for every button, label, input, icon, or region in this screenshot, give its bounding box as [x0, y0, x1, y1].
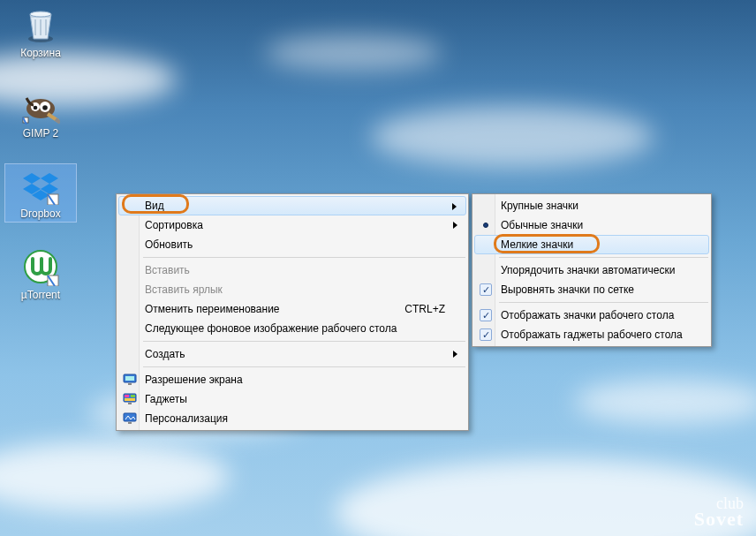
menu-item-label: Упорядочить значки автоматически	[501, 264, 675, 276]
menu-separator	[143, 366, 465, 367]
svg-rect-23	[128, 422, 132, 424]
menu-item-paste-shortcut: Вставить ярлык	[118, 280, 466, 299]
menu-item-screen-resolution[interactable]: Разрешение экрана	[118, 370, 466, 389]
submenu-item-large-icons[interactable]: Крупные значки	[474, 196, 709, 215]
menu-item-view[interactable]: Вид	[118, 196, 466, 215]
menu-item-next-background[interactable]: Следующее фоновое изображение рабочего с…	[118, 319, 466, 338]
menu-item-label: Крупные значки	[501, 200, 578, 212]
svg-rect-16	[128, 383, 132, 385]
svg-point-9	[42, 105, 48, 110]
svg-rect-3	[40, 19, 42, 35]
desktop-icon-recycle-bin[interactable]: Корзина	[5, 5, 76, 59]
menu-item-label: Вставить	[145, 264, 190, 276]
menu-item-label: Выровнять значки по сетке	[501, 283, 634, 296]
svg-rect-20	[125, 398, 135, 401]
menu-item-label: Обновить	[145, 238, 193, 251]
recycle-bin-icon	[21, 5, 60, 44]
check-icon: ✓	[479, 308, 493, 322]
menu-item-label: Отображать значки рабочего стола	[501, 309, 674, 321]
menu-item-label: Отменить переименование	[145, 303, 280, 315]
submenu-item-align-grid[interactable]: ✓ Выровнять значки по сетке	[474, 280, 709, 299]
menu-item-shortcut: CTRL+Z	[404, 303, 445, 315]
view-submenu[interactable]: Крупные значки Обычные значки Мелкие зна…	[472, 193, 712, 347]
svg-rect-19	[131, 395, 135, 397]
menu-item-label: Персонализация	[145, 412, 228, 425]
gadgets-icon	[123, 392, 137, 406]
gimp-icon	[21, 86, 60, 125]
desktop-icon-label: µTorrent	[5, 289, 76, 301]
menu-separator	[499, 257, 708, 258]
menu-item-label: Мелкие значки	[501, 238, 573, 251]
menu-item-paste: Вставить	[118, 260, 466, 280]
menu-item-label: Вид	[145, 200, 164, 212]
menu-item-label: Сортировка	[145, 219, 203, 231]
menu-item-label: Обычные значки	[501, 219, 583, 231]
desktop-icon-label: Корзина	[5, 47, 76, 59]
desktop-context-menu[interactable]: Вид Сортировка Обновить Вставить Вставит…	[116, 193, 469, 431]
menu-item-new[interactable]: Создать	[118, 344, 466, 364]
check-icon: ✓	[479, 283, 493, 297]
monitor-icon	[123, 373, 137, 387]
svg-rect-21	[128, 403, 132, 404]
menu-separator	[143, 341, 465, 342]
svg-point-1	[30, 11, 51, 17]
submenu-item-show-gadgets[interactable]: ✓ Отображать гаджеты рабочего стола	[474, 325, 709, 344]
menu-item-refresh[interactable]: Обновить	[118, 235, 466, 254]
svg-rect-2	[34, 19, 36, 35]
menu-item-label: Следующее фоновое изображение рабочего с…	[145, 322, 397, 335]
svg-point-7	[34, 106, 38, 110]
desktop-icon-utorrent[interactable]: µTorrent	[5, 247, 76, 301]
menu-item-personalize[interactable]: Персонализация	[118, 409, 466, 428]
svg-rect-18	[125, 395, 129, 397]
submenu-arrow-icon	[453, 351, 457, 358]
submenu-item-medium-icons[interactable]: Обычные значки	[474, 215, 709, 235]
utorrent-icon	[21, 247, 60, 286]
personalize-icon	[123, 411, 137, 426]
desktop[interactable]: Корзина GIMP 2 Dropbox	[0, 0, 756, 536]
svg-rect-4	[45, 19, 47, 35]
submenu-arrow-icon	[453, 222, 457, 229]
desktop-icon-label: Dropbox	[5, 208, 76, 220]
radio-selected-icon	[479, 218, 493, 232]
menu-item-gadgets[interactable]: Гаджеты	[118, 389, 466, 409]
dropbox-icon	[21, 166, 60, 205]
watermark: club Sovet	[694, 495, 744, 527]
menu-item-label: Вставить ярлык	[145, 283, 223, 296]
menu-item-undo-rename[interactable]: Отменить переименование CTRL+Z	[118, 299, 466, 319]
menu-item-label: Гаджеты	[145, 393, 187, 405]
submenu-arrow-icon	[452, 203, 457, 210]
desktop-icon-label: GIMP 2	[5, 127, 76, 140]
submenu-item-small-icons[interactable]: Мелкие значки	[474, 235, 709, 254]
menu-item-label: Разрешение экрана	[145, 374, 243, 386]
submenu-item-auto-arrange[interactable]: Упорядочить значки автоматически	[474, 260, 709, 280]
menu-item-label: Создать	[145, 348, 185, 360]
menu-separator	[499, 302, 708, 303]
svg-rect-15	[125, 376, 134, 381]
desktop-icon-gimp[interactable]: GIMP 2	[5, 86, 76, 140]
menu-separator	[143, 257, 465, 258]
menu-item-sort[interactable]: Сортировка	[118, 215, 466, 235]
submenu-item-show-desktop-icons[interactable]: ✓ Отображать значки рабочего стола	[474, 306, 709, 325]
menu-item-label: Отображать гаджеты рабочего стола	[501, 328, 683, 341]
desktop-icon-dropbox[interactable]: Dropbox	[5, 164, 76, 222]
check-icon: ✓	[479, 328, 493, 342]
